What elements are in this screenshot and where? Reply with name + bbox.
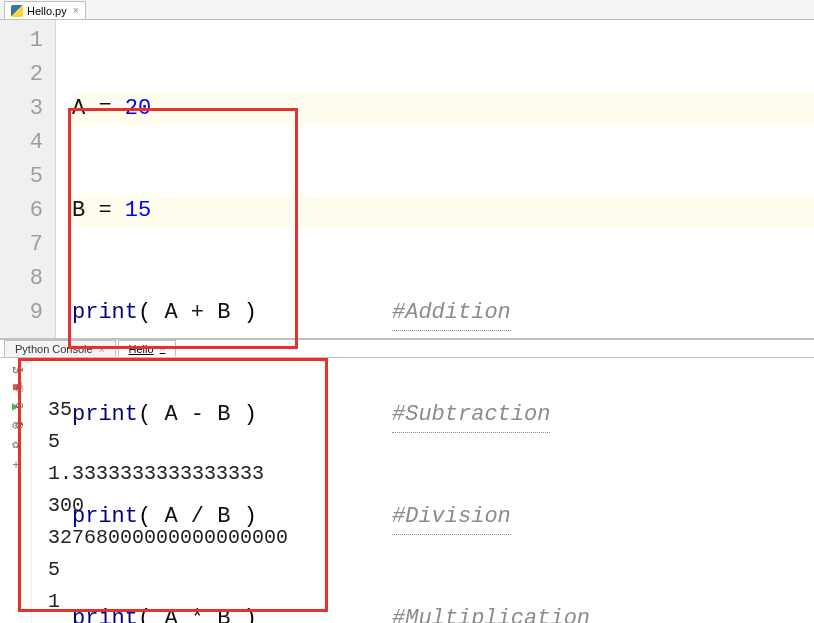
- output-line: 300: [48, 494, 84, 517]
- output-line: 5: [48, 558, 60, 581]
- output-line: 1: [48, 590, 60, 613]
- line-number: 4: [0, 126, 43, 160]
- line-number: 5: [0, 160, 43, 194]
- run-console: ↻ ■ ▶ ⚙ ✿ ＋ ⇥ ⎙ ∞ ◔ 35 5 1.3333333333333…: [0, 358, 814, 623]
- output-line: 32768000000000000000: [48, 526, 288, 549]
- console-gutter: [32, 358, 46, 623]
- step-icon[interactable]: ⇥: [16, 362, 23, 377]
- link-icon[interactable]: ∞: [16, 399, 23, 413]
- code-line[interactable]: A = 20: [72, 92, 814, 126]
- comment: #Addition: [392, 296, 511, 331]
- code-editor[interactable]: 1 2 3 4 5 6 7 8 9 A = 20 B = 15 print( A…: [0, 20, 814, 338]
- output-line: 35: [48, 398, 72, 421]
- line-number-gutter: 1 2 3 4 5 6 7 8 9: [0, 20, 56, 338]
- line-number: 6: [0, 194, 43, 228]
- print-icon[interactable]: ⎙: [16, 381, 23, 395]
- line-number: 9: [0, 296, 43, 330]
- plus-icon[interactable]: ＋: [10, 456, 22, 473]
- editor-tab-hello[interactable]: Hello.py ×: [4, 1, 86, 19]
- line-number: 3: [0, 92, 43, 126]
- line-number: 7: [0, 228, 43, 262]
- code-line[interactable]: B = 15: [72, 194, 814, 228]
- history-icon[interactable]: ◔: [16, 417, 23, 432]
- output-line: 5: [48, 430, 60, 453]
- console-output[interactable]: 35 5 1.3333333333333333 300 327680000000…: [46, 358, 814, 623]
- line-number: 2: [0, 58, 43, 92]
- line-number: 1: [0, 24, 43, 58]
- code-area[interactable]: A = 20 B = 15 print( A + B )#Addition pr…: [56, 20, 814, 338]
- close-icon[interactable]: ×: [73, 5, 79, 16]
- editor-tab-filename: Hello.py: [27, 5, 67, 17]
- console-toolbar: ↻ ■ ▶ ⚙ ✿ ＋ ⇥ ⎙ ∞ ◔: [0, 358, 32, 623]
- line-number: 8: [0, 262, 43, 296]
- output-line: 1.3333333333333333: [48, 462, 264, 485]
- settings-icon[interactable]: ✿: [12, 437, 19, 452]
- editor-tab-strip: Hello.py ×: [0, 0, 814, 20]
- python-file-icon: [11, 5, 23, 17]
- code-line[interactable]: print( A + B )#Addition: [72, 296, 814, 330]
